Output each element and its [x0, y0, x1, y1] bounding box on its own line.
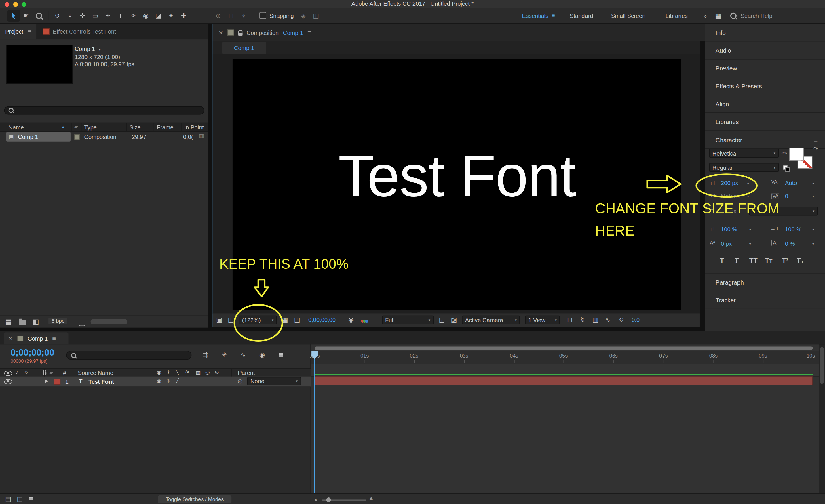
lock-column-icon[interactable] — [43, 372, 47, 374]
snapshot-icon[interactable]: ◉ — [348, 317, 354, 323]
composition-tab-label[interactable]: Composition — [246, 29, 279, 36]
panel-header-info[interactable]: Info — [705, 23, 825, 41]
panel-menu-icon[interactable]: ≡ — [52, 335, 56, 341]
panel-header-audio[interactable]: Audio — [705, 41, 825, 59]
selection-tool[interactable] — [7, 10, 20, 21]
horizontal-scale-value[interactable]: 100 % — [785, 226, 802, 233]
new-composition-icon[interactable]: ◧ — [32, 318, 39, 325]
chevron-down-icon[interactable]: ▾ — [812, 194, 814, 198]
exposure-value[interactable]: +0.0 — [628, 317, 640, 323]
kerning-value[interactable]: Auto — [785, 180, 797, 186]
layer-collapse-switch-icon[interactable]: ✳ — [166, 379, 171, 384]
hand-tool[interactable]: ☛ — [20, 10, 32, 21]
clone-stamp-tool[interactable]: ◉ — [139, 10, 152, 21]
lock-icon[interactable] — [238, 32, 242, 35]
small-caps-button[interactable]: Tᴛ — [765, 257, 773, 264]
reset-exposure-icon[interactable]: ↻ — [619, 317, 624, 323]
tab-effect-controls[interactable]: Effect Controls Test Font — [36, 28, 122, 35]
label-column-icon[interactable]: ▰ — [74, 124, 78, 129]
font-style-dropdown[interactable]: Regular ▾ — [709, 163, 779, 172]
zoom-tool[interactable] — [32, 10, 45, 21]
brush-tool[interactable]: ✑ — [127, 10, 139, 21]
roto-brush-tool[interactable]: ✦ — [165, 10, 177, 21]
frame-blend-switch-icon[interactable]: ▦ — [196, 370, 201, 375]
camera-tool[interactable]: ⌖ — [64, 10, 76, 21]
faux-bold-button[interactable]: T — [720, 257, 724, 264]
composition-tab-comp-name[interactable]: Comp 1 — [283, 29, 303, 36]
default-stroke-swatch-icon[interactable] — [785, 167, 790, 172]
label-column-icon[interactable]: ▰ — [50, 370, 53, 375]
workspace-menu-icon[interactable]: ≡ — [551, 13, 555, 18]
search-help[interactable]: Search Help — [731, 12, 772, 19]
local-axis-mode-button[interactable]: ⊕ — [212, 10, 225, 21]
flowchart-icon[interactable]: ∿ — [605, 317, 610, 323]
show-channel-icon[interactable] — [361, 318, 368, 324]
superscript-button[interactable]: T¹ — [782, 257, 788, 264]
solo-column-icon[interactable]: ○ — [25, 370, 28, 375]
collapse-switch-icon[interactable]: ✳ — [166, 370, 171, 375]
puppet-pin-tool[interactable]: ✚ — [177, 10, 190, 21]
3d-switch-icon[interactable]: ⊙ — [215, 370, 219, 375]
panel-menu-icon[interactable]: ≡ — [28, 28, 31, 35]
view-axis-mode-button[interactable]: ⌖ — [237, 10, 250, 21]
project-item-name[interactable]: Comp 1 ▾ — [75, 46, 101, 52]
region-of-interest-icon[interactable]: ◱ — [439, 317, 445, 323]
baseline-shift-value[interactable]: 0 px — [721, 240, 732, 247]
source-name-column-label[interactable]: Source Name — [78, 370, 114, 376]
pixel-aspect-icon[interactable]: ⊡ — [567, 317, 572, 323]
view-layout-dropdown[interactable]: 1 View ▾ — [525, 316, 560, 325]
current-timecode[interactable]: 0;00;00;00 — [11, 347, 54, 358]
new-folder-icon[interactable] — [19, 320, 26, 325]
interpret-footage-icon[interactable]: ▤ — [5, 318, 11, 325]
shy-switch-icon[interactable]: ◉ — [157, 370, 161, 375]
fast-previews-icon[interactable]: ↯ — [580, 317, 585, 323]
tab-project[interactable]: Project ≡ — [0, 23, 36, 39]
workspace-libraries[interactable]: Libraries — [666, 12, 688, 19]
color-depth-button[interactable]: 8 bpc — [48, 318, 68, 325]
current-time-indicator-line[interactable] — [314, 351, 315, 493]
workspace-small-screen[interactable]: Small Screen — [611, 12, 646, 19]
chevron-down-icon[interactable]: ▾ — [812, 181, 814, 185]
mask-visibility-icon[interactable]: ◰ — [294, 317, 300, 323]
pan-behind-tool[interactable]: ✛ — [76, 10, 89, 21]
chevron-down-icon[interactable]: ▾ — [812, 242, 814, 246]
panel-header-preview[interactable]: Preview — [705, 60, 825, 77]
column-frame-rate[interactable]: Frame ... — [157, 124, 180, 130]
transparency-grid-icon[interactable]: ▨ — [451, 317, 457, 323]
rotation-tool[interactable]: ↺ — [51, 10, 64, 21]
quality-switch-icon[interactable]: ╲ — [175, 370, 179, 375]
layer-name[interactable]: Test Font — [88, 379, 114, 385]
layer-anchor-switch-icon[interactable]: ◉ — [157, 379, 161, 384]
faux-italic-button[interactable]: T — [735, 257, 739, 264]
draft-3d-icon[interactable]: ✳ — [222, 352, 227, 358]
chevron-down-icon[interactable]: ▾ — [747, 194, 749, 198]
chevron-down-icon[interactable]: ▾ — [749, 242, 751, 246]
resolution-dropdown[interactable]: Full ▾ — [382, 316, 434, 325]
frame-blending-icon[interactable]: ∿ — [240, 352, 245, 358]
panel-header-paragraph[interactable]: Paragraph — [705, 273, 825, 291]
pen-tool[interactable]: ✒ — [101, 10, 114, 21]
video-column-icon[interactable] — [4, 371, 12, 376]
snap-option2-icon[interactable]: ◫ — [310, 10, 322, 21]
eyedropper-icon[interactable]: ✐ — [780, 149, 789, 157]
index-column-label[interactable]: # — [63, 370, 66, 376]
rectangle-tool[interactable]: ▭ — [89, 10, 101, 21]
zoom-in-mountain-icon[interactable]: ▲ — [368, 495, 374, 501]
expand-inout-controls-icon[interactable]: ≣ — [28, 496, 34, 502]
statusbar-timecode[interactable]: 0;00;00;00 — [308, 317, 335, 323]
time-ruler[interactable]: :00s 01s 02s 03s 04s 05s 06s 07s 08s 09s… — [311, 351, 819, 364]
canvas-text-layer[interactable]: Test Font — [233, 142, 681, 210]
layer-row[interactable]: ▶ 1 T Test Font ◉ ✳ ╱ ◎ None ▾ — [0, 376, 311, 387]
column-type[interactable]: Type — [84, 124, 97, 130]
column-name[interactable]: Name — [8, 124, 24, 130]
table-row[interactable]: ▣ Comp 1 Composition 29.97 0;0( ▦ — [0, 132, 208, 142]
panel-header-align[interactable]: Align — [705, 95, 825, 113]
chevron-down-icon[interactable]: ▾ — [749, 228, 751, 231]
world-axis-mode-button[interactable]: ⊞ — [225, 10, 237, 21]
swap-fill-stroke-icon[interactable]: ↷ — [814, 146, 818, 151]
project-search-input[interactable] — [4, 106, 204, 114]
layer-visibility-toggle[interactable] — [4, 379, 12, 384]
parent-column-label[interactable]: Parent — [238, 370, 255, 376]
snapping-checkbox[interactable] — [259, 12, 266, 19]
tsume-value[interactable]: 0 % — [785, 240, 795, 247]
